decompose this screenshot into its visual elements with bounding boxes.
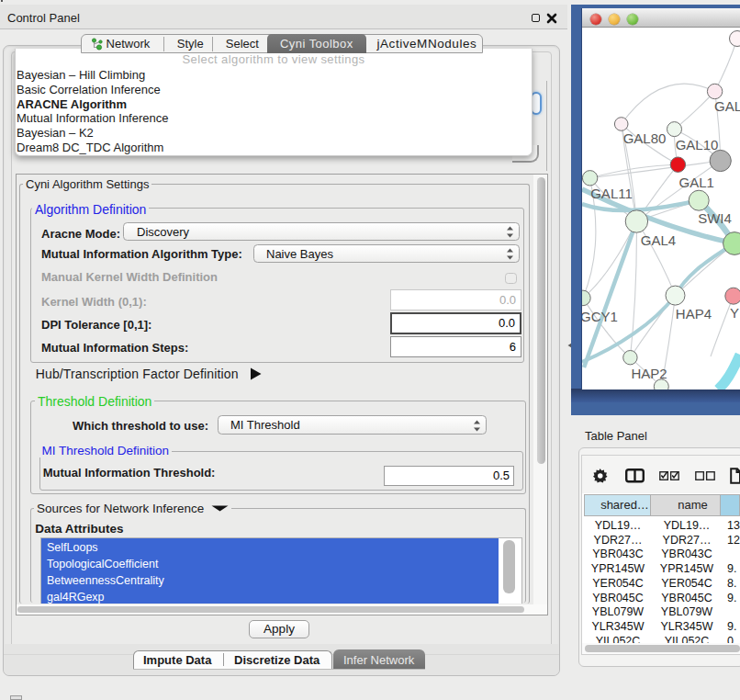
svg-text:GAL10: GAL10 — [676, 137, 719, 152]
svg-text:SWI4: SWI4 — [698, 210, 732, 226]
svg-text:GCY1: GCY1 — [582, 309, 618, 324]
svg-text:GAL11: GAL11 — [590, 186, 633, 201]
svg-text:GAL4: GAL4 — [641, 232, 676, 248]
svg-text:GAL7: GAL7 — [714, 98, 740, 114]
svg-text:HAP4: HAP4 — [676, 306, 712, 322]
svg-text:GAL80: GAL80 — [623, 130, 667, 146]
svg-text:Y: Y — [730, 305, 739, 321]
svg-text:GAL1: GAL1 — [679, 175, 714, 190]
svg-text:HAP2: HAP2 — [631, 366, 667, 381]
